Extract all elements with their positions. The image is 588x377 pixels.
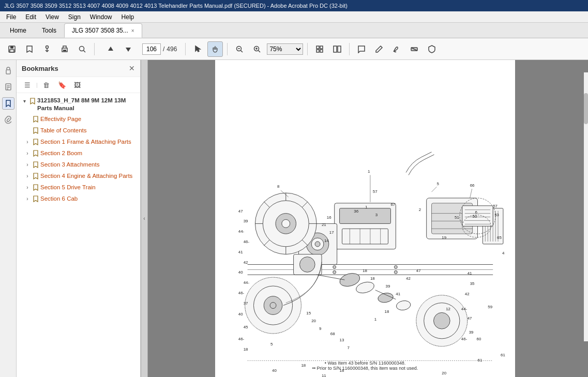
menu-window[interactable]: Window	[86, 12, 116, 22]
svg-text:1: 1	[368, 169, 370, 174]
section6-bookmark-icon	[32, 195, 39, 203]
bookmark-root-label: 3121853_H_7M 8M 9M 12M 13M Parts Manual	[37, 97, 138, 112]
sign-button[interactable]	[389, 41, 404, 57]
tab-tools-label: Tools	[42, 27, 56, 34]
svg-point-6	[80, 46, 84, 51]
parts-diagram-svg: .line { stroke: #222; stroke-width: 0.8;…	[215, 60, 515, 377]
svg-point-3	[46, 46, 49, 48]
section1-chevron[interactable]: ›	[24, 138, 31, 146]
svg-text:59: 59	[488, 305, 492, 309]
redact-button[interactable]	[406, 41, 422, 57]
section6-chevron[interactable]: ›	[24, 195, 31, 203]
tab-bar: Home Tools JLG 3507 3508 35... ×	[0, 23, 588, 38]
pen-button[interactable]	[371, 41, 387, 57]
bm-image-btn[interactable]: 🖼	[71, 79, 84, 91]
two-page-button[interactable]	[329, 41, 345, 57]
svg-text:41: 41	[396, 292, 400, 296]
separator-1	[94, 43, 95, 55]
svg-text:16: 16	[327, 215, 331, 220]
bookmark-section3[interactable]: › Section 3 Attachments	[17, 159, 140, 171]
svg-text:42: 42	[406, 276, 411, 281]
zoom-out-button[interactable]	[232, 41, 247, 57]
bookmark-toc[interactable]: › Table of Contents	[17, 125, 140, 137]
separator-5	[349, 43, 350, 55]
zoom-in-button[interactable]	[249, 41, 265, 57]
bookmark-section6-label: Section 6 Cab	[40, 195, 138, 203]
effectivity-bookmark-icon	[32, 115, 39, 124]
print-button[interactable]	[57, 41, 72, 57]
tab-document[interactable]: JLG 3507 3508 35... ×	[64, 23, 142, 38]
svg-rect-41	[340, 208, 391, 224]
svg-text:67: 67	[390, 202, 395, 207]
tab-close-button[interactable]: ×	[131, 28, 134, 34]
bm-new-btn[interactable]: 🔖	[55, 79, 69, 91]
section2-chevron[interactable]: ›	[24, 149, 31, 158]
bookmarks-icon-btn[interactable]	[2, 97, 14, 110]
page-number-input[interactable]	[142, 43, 161, 55]
cursor-tool-button[interactable]	[190, 41, 205, 57]
save-button[interactable]	[4, 41, 20, 57]
svg-text:44-: 44-	[238, 229, 245, 234]
bookmark-root[interactable]: ▾ 3121853_H_7M 8M 9M 12M 13M Parts Manua…	[17, 95, 140, 114]
menu-sign[interactable]: Sign	[64, 12, 85, 22]
next-page-button[interactable]	[120, 41, 136, 57]
separator-2	[185, 43, 186, 55]
hand-tool-button[interactable]	[207, 41, 223, 57]
menu-file[interactable]: File	[2, 12, 20, 22]
svg-text:61: 61	[478, 358, 483, 363]
svg-text:5: 5	[270, 342, 273, 346]
svg-text:36: 36	[354, 209, 358, 214]
bookmark-section4-label: Section 4 Engine & Attaching Parts	[40, 172, 138, 180]
title-text: JLG 3507 3508 3509 3512 3513 4007 4008 4…	[4, 3, 348, 9]
bookmark-section2[interactable]: › Section 2 Boom	[17, 148, 140, 159]
protect-button[interactable]	[424, 41, 440, 57]
svg-text:45: 45	[244, 325, 248, 329]
section5-chevron[interactable]: ›	[24, 184, 31, 192]
svg-text:39: 39	[469, 330, 474, 335]
bm-expand-btn[interactable]: ☰	[21, 79, 34, 91]
fit-page-button[interactable]	[312, 41, 327, 57]
bookmark-section5-label: Section 5 Drive Train	[40, 184, 138, 191]
menu-view[interactable]: View	[41, 12, 63, 22]
section5-bookmark-icon	[32, 184, 39, 192]
svg-text:40: 40	[238, 270, 243, 275]
bookmark-button[interactable]	[22, 41, 37, 57]
svg-text:20: 20	[311, 319, 316, 323]
tab-tools[interactable]: Tools	[34, 23, 64, 38]
comment-button[interactable]	[354, 41, 369, 57]
svg-point-85	[394, 265, 397, 268]
search-zoom-button[interactable]	[74, 41, 90, 57]
sidebar-icons	[0, 60, 17, 377]
section4-chevron[interactable]: ›	[24, 172, 31, 180]
section3-chevron[interactable]: ›	[24, 161, 31, 169]
bookmark-section5[interactable]: › Section 5 Drive Train	[17, 182, 140, 193]
panel-collapse-handle[interactable]: ‹	[141, 60, 148, 377]
technical-drawing: .line { stroke: #222; stroke-width: 0.8;…	[215, 60, 515, 377]
pages-icon-btn[interactable]	[2, 81, 14, 93]
svg-point-87	[394, 270, 397, 274]
svg-text:7: 7	[347, 345, 349, 350]
menu-edit[interactable]: Edit	[21, 12, 40, 22]
prev-page-button[interactable]	[103, 41, 118, 57]
bookmarks-close-button[interactable]: ✕	[129, 64, 135, 72]
zoom-select[interactable]: 75% 100% 125% 150%	[267, 43, 303, 55]
svg-text:19: 19	[442, 235, 446, 240]
toc-bookmark-icon	[32, 127, 39, 135]
bookmark-section3-label: Section 3 Attachments	[40, 161, 138, 169]
lock-icon-btn[interactable]	[2, 64, 14, 77]
tab-home[interactable]: Home	[2, 23, 34, 38]
bookmark-section1[interactable]: › Section 1 Frame & Attaching Parts	[17, 137, 140, 148]
bookmark-section4[interactable]: › Section 4 Engine & Attaching Parts	[17, 171, 140, 182]
svg-text:61: 61	[501, 353, 505, 357]
svg-text:9: 9	[319, 326, 322, 331]
menu-help[interactable]: Help	[117, 12, 139, 22]
svg-point-68	[282, 219, 290, 228]
bookmark-toc-label: Table of Contents	[40, 127, 138, 134]
attach-icon-btn[interactable]	[2, 114, 14, 126]
bookmark-section6[interactable]: › Section 6 Cab	[17, 193, 140, 205]
bookmarks-header: Bookmarks ✕	[17, 60, 140, 77]
svg-line-164	[316, 275, 344, 280]
share-button[interactable]	[39, 41, 55, 57]
bookmark-effectivity[interactable]: › Effectivity Page	[17, 114, 140, 125]
bm-delete-btn[interactable]: 🗑	[40, 79, 53, 91]
